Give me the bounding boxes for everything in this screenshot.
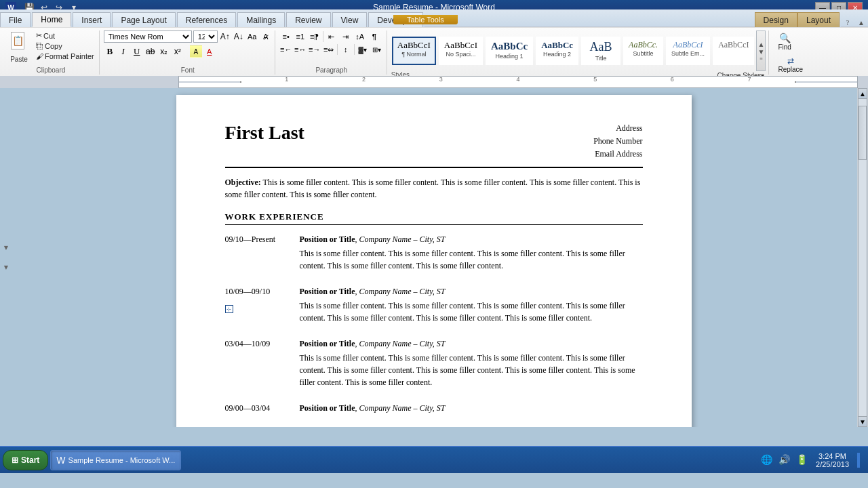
work-title-2: Position or Title, Company Name – City, … — [300, 285, 643, 298]
font-size-select[interactable]: 12 — [193, 30, 218, 43]
underline-button[interactable]: U — [131, 45, 143, 58]
decrease-indent-btn[interactable]: ⇤ — [325, 30, 338, 43]
left-margin: ◀ ◀ — [0, 88, 10, 427]
resume-contact: Address Phone Number Email Address — [593, 122, 642, 161]
shading-btn[interactable]: ▓▾ — [356, 43, 370, 56]
styles-scroll-btn[interactable]: ▲ ▼ ≡ — [756, 30, 766, 71]
work-entry-1: 09/10—Present Position or Title, Company… — [225, 233, 643, 272]
tab-references[interactable]: References — [177, 12, 236, 27]
scroll-thumb[interactable] — [859, 106, 867, 160]
multilevel-btn[interactable]: ≡⁋ — [308, 30, 321, 43]
scroll-track[interactable] — [858, 99, 867, 416]
document-area[interactable]: ⊹ First Last Address Phone Number Email … — [10, 88, 857, 427]
objective-text: This is some filler content. This is som… — [225, 178, 641, 199]
scissors-icon: ✂ — [36, 31, 42, 40]
tab-mailings[interactable]: Mailings — [237, 12, 285, 27]
ribbon-minimize-btn[interactable]: ▲ — [854, 19, 868, 27]
work-desc-1: This is some filler content. This is som… — [300, 247, 643, 272]
taskbar: ⊞ Start W Sample Resume - Microsoft W...… — [0, 446, 868, 473]
work-title-1: Position or Title, Company Name – City, … — [300, 233, 643, 245]
align-left-btn[interactable]: ≡← — [279, 43, 293, 56]
tab-layout[interactable]: Layout — [797, 12, 840, 27]
paste-button[interactable]: 📋 Paste — [5, 30, 33, 64]
ruler-main[interactable]: 1234567 — [178, 76, 858, 88]
taskbar-icons: 🌐 🔊 🔋 3:24 PM 2/25/2013 — [759, 451, 865, 470]
text-effects-btn[interactable]: A̷ — [260, 30, 272, 43]
text-highlight-button[interactable]: A — [190, 45, 202, 58]
tab-file[interactable]: File — [0, 12, 31, 27]
work-entry-4: 09/00—03/04 Position or Title, Company N… — [225, 402, 643, 416]
find-button[interactable]: 🔍 Find — [773, 30, 795, 53]
style-subtitle[interactable]: AaBbCc. Subtitle — [623, 37, 663, 66]
bullets-btn[interactable]: ≡• — [279, 30, 293, 43]
ribbon-content: 📋 Paste ✂ Cut ⿻ Copy 🖌 Format Painter — [0, 27, 868, 76]
tab-design[interactable]: Design — [755, 12, 797, 27]
superscript-button[interactable]: x² — [172, 45, 184, 58]
work-date-1: 09/10—Present — [225, 233, 300, 272]
network-icon[interactable]: 🌐 — [759, 453, 774, 468]
style-heading2[interactable]: AaBbCc Heading 2 — [536, 37, 578, 66]
align-center-btn[interactable]: ≡↔ — [294, 43, 307, 56]
borders-btn[interactable]: ⊞▾ — [370, 43, 384, 56]
work-title-4: Position or Title, Company Name – City, … — [300, 402, 643, 414]
font-family-select[interactable]: Times New Rom — [104, 30, 192, 43]
strikethrough-button[interactable]: ab — [144, 45, 157, 58]
word-taskbar-btn[interactable]: W Sample Resume - Microsoft W... — [50, 450, 181, 470]
font-label: Font — [104, 66, 272, 75]
bold-button[interactable]: B — [104, 45, 116, 58]
replace-button[interactable]: ⇄ Replace — [773, 54, 808, 75]
contact-email: Email Address — [593, 148, 642, 161]
tab-view[interactable]: View — [332, 12, 368, 27]
tab-insert[interactable]: Insert — [73, 12, 111, 27]
start-button[interactable]: ⊞ Start — [3, 450, 48, 470]
ruler-right — [858, 76, 868, 88]
styles-group: AaBbCcI ¶ Normal AaBbCcI No Spaci... AaB… — [389, 30, 770, 75]
contact-phone: Phone Number — [593, 135, 642, 148]
style-no-spacing[interactable]: AaBbCcI No Spaci... — [439, 37, 483, 66]
style-heading2-preview: AaBbCc — [541, 40, 573, 51]
ribbon-help-btn[interactable]: ? — [841, 19, 854, 27]
tab-home[interactable]: Home — [32, 12, 71, 27]
style-subtle-emphasis-preview: AaBbCcI — [673, 40, 703, 49]
style-more[interactable]: AaBbCcI — [713, 37, 754, 66]
document-page: ⊹ First Last Address Phone Number Email … — [176, 95, 692, 427]
style-heading1[interactable]: AaBbCc Heading 1 — [486, 37, 533, 66]
copy-button[interactable]: ⿻ Copy — [34, 41, 96, 51]
clear-format-btn[interactable]: Aa — [246, 30, 258, 43]
replace-icon: ⇄ — [787, 56, 794, 66]
cut-button[interactable]: ✂ Cut — [34, 30, 96, 41]
align-right-btn[interactable]: ≡→ — [308, 43, 321, 56]
scroll-down-btn[interactable]: ▼ — [858, 416, 867, 427]
subscript-button[interactable]: x₂ — [158, 45, 170, 58]
justify-btn[interactable]: ≡⇔ — [322, 43, 336, 56]
editing-group: 🔍 Find ⇄ Replace ↗ Select Editing — [770, 30, 825, 75]
work-details-2: Position or Title, Company Name – City, … — [300, 285, 643, 324]
objective-label: Objective: — [225, 178, 261, 187]
increase-indent-btn[interactable]: ⇥ — [339, 30, 353, 43]
show-hide-btn[interactable]: ¶ — [368, 30, 381, 43]
format-painter-icon: 🖌 — [36, 52, 43, 60]
numbering-btn[interactable]: ≡1 — [294, 30, 307, 43]
line-spacing-btn[interactable]: ↕ — [339, 43, 353, 56]
shrink-font-btn[interactable]: A↓ — [233, 30, 245, 43]
taskbar-clock[interactable]: 3:24 PM 2/25/2013 — [812, 451, 853, 470]
vertical-scrollbar[interactable]: ▲ ▼ — [857, 88, 868, 427]
tab-review[interactable]: Review — [286, 12, 330, 27]
style-normal[interactable]: AaBbCcI ¶ Normal — [392, 37, 436, 66]
sort-btn[interactable]: ↕A — [353, 30, 367, 43]
italic-button[interactable]: I — [117, 45, 130, 58]
show-desktop-btn[interactable] — [857, 453, 860, 468]
font-color-button[interactable]: A — [203, 45, 216, 58]
style-title[interactable]: AaB Title — [581, 37, 620, 66]
table-move-handle[interactable]: ⊹ — [225, 305, 233, 313]
format-painter-button[interactable]: 🖌 Format Painter — [34, 52, 96, 61]
tab-page-layout[interactable]: Page Layout — [112, 12, 175, 27]
style-heading1-label: Heading 1 — [496, 53, 524, 60]
scroll-up-btn[interactable]: ▲ — [858, 88, 867, 99]
grow-font-btn[interactable]: A↑ — [219, 30, 231, 43]
speaker-icon[interactable]: 🔊 — [776, 453, 791, 468]
paragraph-group: ≡• ≡1 ≡⁋ ⇤ ⇥ ↕A ¶ ≡← ≡↔ ≡→ ≡⇔ ↕ ▓▾ ⊞▾ P — [277, 30, 387, 75]
style-subtle-emphasis[interactable]: AaBbCcI Subtle Em... — [666, 37, 710, 66]
work-experience-section: WORK EXPERIENCE 09/10—Present Position o… — [225, 211, 643, 416]
copy-icon: ⿻ — [36, 42, 43, 50]
